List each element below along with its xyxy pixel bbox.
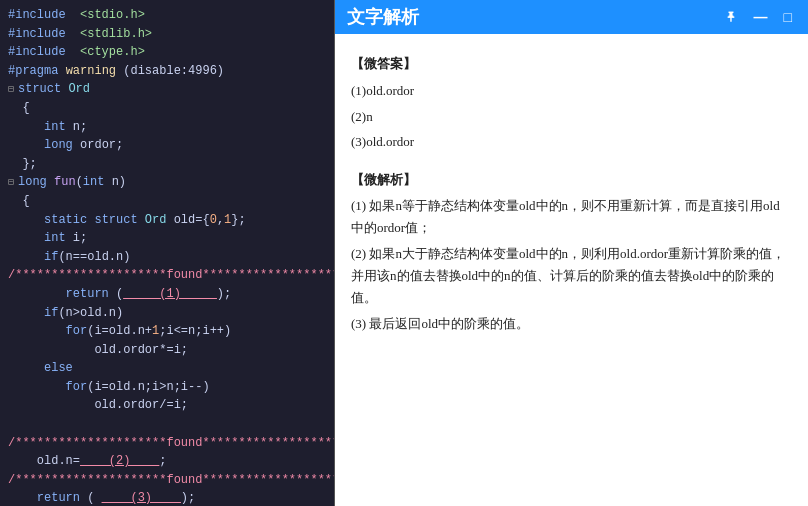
pin-button[interactable]: 🖈 <box>720 9 742 25</box>
right-panel: 文字解析 🖈 — □ 【微答案】 (1)old.ordor (2)n (3)ol… <box>335 0 808 506</box>
micro-analysis-label: 【微解析】 <box>351 168 792 191</box>
code-line-6: { <box>8 99 326 118</box>
answer-id-2: (2) <box>351 109 366 124</box>
code-line-21: for(i=old.n;i>n;i--) <box>8 378 326 397</box>
code-line-24: old.n=____(2)____; <box>8 452 326 471</box>
code-line-18: for(i=old.n+1;i<=n;i++) <box>8 322 326 341</box>
code-line-5: ⊟struct Ord <box>8 80 326 99</box>
code-line-22: old.ordor/=i; <box>8 396 326 415</box>
answer-item-3: (3)old.ordor <box>351 130 792 153</box>
code-line-blank1 <box>8 415 326 434</box>
code-line-4: #pragma warning (disable:4996) <box>8 62 326 81</box>
code-line-1: #include <stdio.h> <box>8 6 326 25</box>
answer-val-1: old.ordor <box>366 83 414 98</box>
minimize-button[interactable]: — <box>750 9 772 25</box>
analysis-2: (2) 如果n大于静态结构体变量old中的n，则利用old.ordor重新计算阶… <box>351 243 792 309</box>
code-line-16: return (_____(1)_____); <box>8 285 326 304</box>
code-line-14: if(n==old.n) <box>8 248 326 267</box>
code-line-7: int n; <box>8 118 326 137</box>
answer-item-2: (2)n <box>351 105 792 128</box>
code-line-2: #include <stdlib.h> <box>8 25 326 44</box>
code-line-found2: /*********************found*************… <box>8 434 326 453</box>
panel-header: 文字解析 🖈 — □ <box>335 0 808 34</box>
code-line-17: if(n>old.n) <box>8 304 326 323</box>
code-line-found3: /*********************found*************… <box>8 471 326 490</box>
code-line-26: return ( ____(3)____); <box>8 489 326 506</box>
answer-val-2: n <box>366 109 373 124</box>
maximize-button[interactable]: □ <box>780 9 796 25</box>
micro-answer-label: 【微答案】 <box>351 52 792 75</box>
code-line-8: long ordor; <box>8 136 326 155</box>
answer-val-3: old.ordor <box>366 134 414 149</box>
code-line-19: old.ordor*=i; <box>8 341 326 360</box>
code-line-3: #include <ctype.h> <box>8 43 326 62</box>
panel-title: 文字解析 <box>347 5 419 29</box>
code-line-20: else <box>8 359 326 378</box>
code-line-9: }; <box>8 155 326 174</box>
code-line-15-found: /*********************found*************… <box>8 266 326 285</box>
answer-id-3: (3) <box>351 134 366 149</box>
code-line-11: { <box>8 192 326 211</box>
analysis-3: (3) 最后返回old中的阶乘的值。 <box>351 313 792 335</box>
answer-id-1: (1) <box>351 83 366 98</box>
code-line-12: static struct Ord old={0,1}; <box>8 211 326 230</box>
code-panel: #include <stdio.h> #include <stdlib.h> #… <box>0 0 335 506</box>
panel-content: 【微答案】 (1)old.ordor (2)n (3)old.ordor 【微解… <box>335 34 808 506</box>
code-line-10: ⊟long fun(int n) <box>8 173 326 192</box>
code-line-13: int i; <box>8 229 326 248</box>
answer-item-1: (1)old.ordor <box>351 79 792 102</box>
analysis-1: (1) 如果n等于静态结构体变量old中的n，则不用重新计算，而是直接引用old… <box>351 195 792 239</box>
panel-controls: 🖈 — □ <box>720 9 796 25</box>
